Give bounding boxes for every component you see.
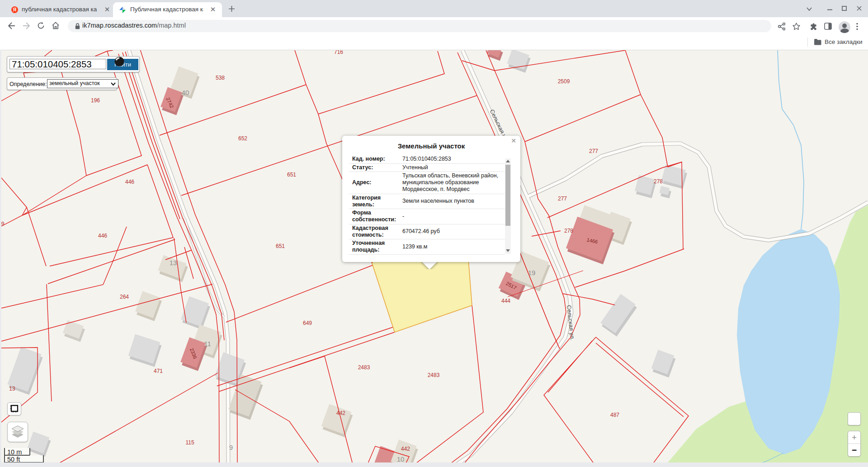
svg-text:442: 442 bbox=[401, 446, 410, 452]
svg-text:115: 115 bbox=[185, 439, 194, 446]
svg-text:716: 716 bbox=[334, 50, 343, 55]
svg-text:446: 446 bbox=[98, 233, 107, 239]
svg-text:278: 278 bbox=[654, 178, 663, 185]
svg-text:10 m: 10 m bbox=[7, 448, 22, 456]
svg-text:196: 196 bbox=[91, 97, 100, 104]
svg-text:2509: 2509 bbox=[558, 78, 570, 85]
svg-text:277: 277 bbox=[558, 195, 567, 202]
svg-text:278: 278 bbox=[564, 228, 573, 234]
svg-text:13: 13 bbox=[170, 259, 177, 267]
svg-text:9: 9 bbox=[229, 443, 233, 451]
svg-text:538: 538 bbox=[216, 75, 225, 81]
svg-text:471: 471 bbox=[154, 368, 163, 374]
svg-text:10: 10 bbox=[397, 455, 405, 462]
svg-text:9: 9 bbox=[1, 221, 5, 227]
svg-text:2483: 2483 bbox=[358, 364, 370, 371]
svg-text:651: 651 bbox=[276, 243, 285, 249]
svg-text:652: 652 bbox=[238, 135, 247, 142]
svg-text:11: 11 bbox=[204, 340, 211, 348]
svg-text:19: 19 bbox=[528, 269, 536, 276]
svg-text:446: 446 bbox=[125, 179, 134, 185]
svg-text:651: 651 bbox=[287, 172, 296, 178]
svg-text:277: 277 bbox=[589, 148, 598, 154]
svg-text:442: 442 bbox=[336, 410, 345, 416]
svg-text:13: 13 bbox=[9, 386, 15, 392]
svg-text:2483: 2483 bbox=[428, 372, 440, 378]
svg-text:264: 264 bbox=[120, 294, 129, 300]
svg-text:444: 444 bbox=[501, 298, 510, 304]
svg-text:40: 40 bbox=[182, 89, 189, 96]
svg-text:Я: Я bbox=[13, 7, 16, 12]
svg-text:649: 649 bbox=[303, 320, 312, 326]
svg-text:50 ft: 50 ft bbox=[7, 456, 20, 462]
svg-text:487: 487 bbox=[610, 412, 619, 418]
